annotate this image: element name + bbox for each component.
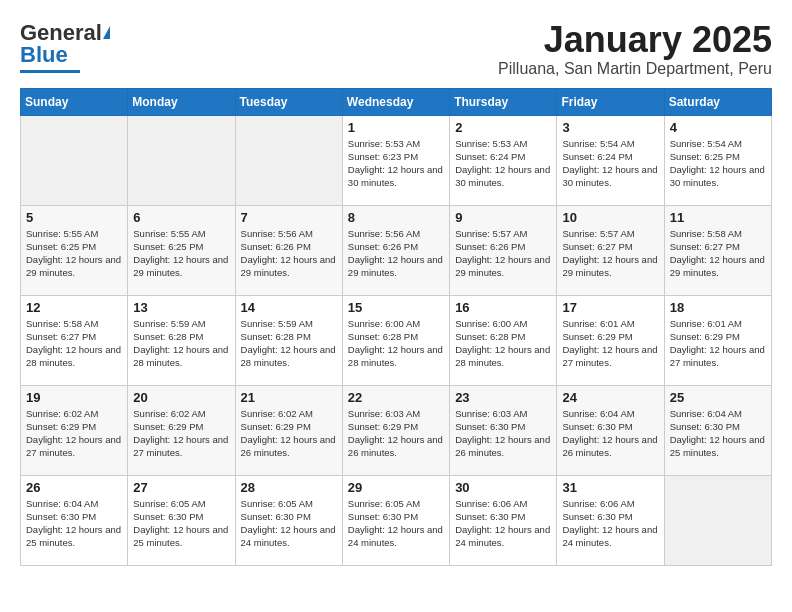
day-number: 2 xyxy=(455,120,551,135)
page-header: General Blue January 2025 Pilluana, San … xyxy=(20,20,772,78)
day-info: Sunrise: 6:01 AMSunset: 6:29 PMDaylight:… xyxy=(562,317,658,370)
day-cell: 29Sunrise: 6:05 AMSunset: 6:30 PMDayligh… xyxy=(342,475,449,565)
week-row-3: 12Sunrise: 5:58 AMSunset: 6:27 PMDayligh… xyxy=(21,295,772,385)
day-cell: 19Sunrise: 6:02 AMSunset: 6:29 PMDayligh… xyxy=(21,385,128,475)
header-cell-tuesday: Tuesday xyxy=(235,88,342,115)
day-info: Sunrise: 6:06 AMSunset: 6:30 PMDaylight:… xyxy=(455,497,551,550)
day-info: Sunrise: 5:54 AMSunset: 6:25 PMDaylight:… xyxy=(670,137,766,190)
header-cell-friday: Friday xyxy=(557,88,664,115)
day-cell: 7Sunrise: 5:56 AMSunset: 6:26 PMDaylight… xyxy=(235,205,342,295)
day-info: Sunrise: 6:03 AMSunset: 6:29 PMDaylight:… xyxy=(348,407,444,460)
day-number: 17 xyxy=(562,300,658,315)
day-number: 27 xyxy=(133,480,229,495)
header-cell-monday: Monday xyxy=(128,88,235,115)
title-block: January 2025 Pilluana, San Martin Depart… xyxy=(498,20,772,78)
day-cell: 16Sunrise: 6:00 AMSunset: 6:28 PMDayligh… xyxy=(450,295,557,385)
day-number: 10 xyxy=(562,210,658,225)
day-cell: 9Sunrise: 5:57 AMSunset: 6:26 PMDaylight… xyxy=(450,205,557,295)
day-number: 31 xyxy=(562,480,658,495)
day-cell: 8Sunrise: 5:56 AMSunset: 6:26 PMDaylight… xyxy=(342,205,449,295)
day-cell: 5Sunrise: 5:55 AMSunset: 6:25 PMDaylight… xyxy=(21,205,128,295)
day-info: Sunrise: 5:53 AMSunset: 6:23 PMDaylight:… xyxy=(348,137,444,190)
day-number: 3 xyxy=(562,120,658,135)
day-info: Sunrise: 5:58 AMSunset: 6:27 PMDaylight:… xyxy=(670,227,766,280)
day-number: 11 xyxy=(670,210,766,225)
day-info: Sunrise: 5:55 AMSunset: 6:25 PMDaylight:… xyxy=(133,227,229,280)
day-info: Sunrise: 6:05 AMSunset: 6:30 PMDaylight:… xyxy=(348,497,444,550)
day-info: Sunrise: 6:02 AMSunset: 6:29 PMDaylight:… xyxy=(26,407,122,460)
day-cell: 23Sunrise: 6:03 AMSunset: 6:30 PMDayligh… xyxy=(450,385,557,475)
header-row: SundayMondayTuesdayWednesdayThursdayFrid… xyxy=(21,88,772,115)
day-info: Sunrise: 6:02 AMSunset: 6:29 PMDaylight:… xyxy=(241,407,337,460)
day-info: Sunrise: 6:06 AMSunset: 6:30 PMDaylight:… xyxy=(562,497,658,550)
day-info: Sunrise: 6:04 AMSunset: 6:30 PMDaylight:… xyxy=(26,497,122,550)
day-info: Sunrise: 5:59 AMSunset: 6:28 PMDaylight:… xyxy=(133,317,229,370)
day-info: Sunrise: 5:56 AMSunset: 6:26 PMDaylight:… xyxy=(348,227,444,280)
day-number: 8 xyxy=(348,210,444,225)
day-cell: 4Sunrise: 5:54 AMSunset: 6:25 PMDaylight… xyxy=(664,115,771,205)
day-number: 5 xyxy=(26,210,122,225)
day-number: 7 xyxy=(241,210,337,225)
day-number: 21 xyxy=(241,390,337,405)
day-number: 24 xyxy=(562,390,658,405)
day-number: 1 xyxy=(348,120,444,135)
day-number: 22 xyxy=(348,390,444,405)
day-info: Sunrise: 6:03 AMSunset: 6:30 PMDaylight:… xyxy=(455,407,551,460)
day-cell: 31Sunrise: 6:06 AMSunset: 6:30 PMDayligh… xyxy=(557,475,664,565)
day-cell: 22Sunrise: 6:03 AMSunset: 6:29 PMDayligh… xyxy=(342,385,449,475)
day-cell: 18Sunrise: 6:01 AMSunset: 6:29 PMDayligh… xyxy=(664,295,771,385)
day-number: 18 xyxy=(670,300,766,315)
day-number: 30 xyxy=(455,480,551,495)
day-info: Sunrise: 5:58 AMSunset: 6:27 PMDaylight:… xyxy=(26,317,122,370)
day-cell: 11Sunrise: 5:58 AMSunset: 6:27 PMDayligh… xyxy=(664,205,771,295)
day-number: 4 xyxy=(670,120,766,135)
day-info: Sunrise: 6:04 AMSunset: 6:30 PMDaylight:… xyxy=(670,407,766,460)
day-number: 19 xyxy=(26,390,122,405)
day-number: 15 xyxy=(348,300,444,315)
day-cell xyxy=(235,115,342,205)
day-cell: 13Sunrise: 5:59 AMSunset: 6:28 PMDayligh… xyxy=(128,295,235,385)
day-cell xyxy=(128,115,235,205)
day-cell: 10Sunrise: 5:57 AMSunset: 6:27 PMDayligh… xyxy=(557,205,664,295)
logo: General Blue xyxy=(20,20,110,73)
page-subtitle: Pilluana, San Martin Department, Peru xyxy=(498,60,772,78)
calendar-table: SundayMondayTuesdayWednesdayThursdayFrid… xyxy=(20,88,772,566)
day-cell xyxy=(21,115,128,205)
day-number: 9 xyxy=(455,210,551,225)
day-cell: 1Sunrise: 5:53 AMSunset: 6:23 PMDaylight… xyxy=(342,115,449,205)
day-cell: 2Sunrise: 5:53 AMSunset: 6:24 PMDaylight… xyxy=(450,115,557,205)
day-info: Sunrise: 6:02 AMSunset: 6:29 PMDaylight:… xyxy=(133,407,229,460)
day-cell: 12Sunrise: 5:58 AMSunset: 6:27 PMDayligh… xyxy=(21,295,128,385)
day-cell: 27Sunrise: 6:05 AMSunset: 6:30 PMDayligh… xyxy=(128,475,235,565)
day-cell: 6Sunrise: 5:55 AMSunset: 6:25 PMDaylight… xyxy=(128,205,235,295)
day-number: 6 xyxy=(133,210,229,225)
week-row-5: 26Sunrise: 6:04 AMSunset: 6:30 PMDayligh… xyxy=(21,475,772,565)
day-number: 12 xyxy=(26,300,122,315)
week-row-1: 1Sunrise: 5:53 AMSunset: 6:23 PMDaylight… xyxy=(21,115,772,205)
day-cell: 17Sunrise: 6:01 AMSunset: 6:29 PMDayligh… xyxy=(557,295,664,385)
day-cell: 24Sunrise: 6:04 AMSunset: 6:30 PMDayligh… xyxy=(557,385,664,475)
page-title: January 2025 xyxy=(498,20,772,60)
day-cell: 26Sunrise: 6:04 AMSunset: 6:30 PMDayligh… xyxy=(21,475,128,565)
day-info: Sunrise: 5:53 AMSunset: 6:24 PMDaylight:… xyxy=(455,137,551,190)
day-number: 25 xyxy=(670,390,766,405)
day-info: Sunrise: 5:57 AMSunset: 6:27 PMDaylight:… xyxy=(562,227,658,280)
day-cell: 20Sunrise: 6:02 AMSunset: 6:29 PMDayligh… xyxy=(128,385,235,475)
day-number: 13 xyxy=(133,300,229,315)
week-row-2: 5Sunrise: 5:55 AMSunset: 6:25 PMDaylight… xyxy=(21,205,772,295)
day-info: Sunrise: 5:54 AMSunset: 6:24 PMDaylight:… xyxy=(562,137,658,190)
header-cell-sunday: Sunday xyxy=(21,88,128,115)
day-cell: 3Sunrise: 5:54 AMSunset: 6:24 PMDaylight… xyxy=(557,115,664,205)
day-cell: 25Sunrise: 6:04 AMSunset: 6:30 PMDayligh… xyxy=(664,385,771,475)
day-number: 29 xyxy=(348,480,444,495)
day-info: Sunrise: 6:05 AMSunset: 6:30 PMDaylight:… xyxy=(133,497,229,550)
logo-underline xyxy=(20,70,80,73)
day-cell: 15Sunrise: 6:00 AMSunset: 6:28 PMDayligh… xyxy=(342,295,449,385)
day-cell xyxy=(664,475,771,565)
day-cell: 21Sunrise: 6:02 AMSunset: 6:29 PMDayligh… xyxy=(235,385,342,475)
day-number: 28 xyxy=(241,480,337,495)
day-info: Sunrise: 5:57 AMSunset: 6:26 PMDaylight:… xyxy=(455,227,551,280)
header-cell-wednesday: Wednesday xyxy=(342,88,449,115)
day-info: Sunrise: 6:00 AMSunset: 6:28 PMDaylight:… xyxy=(348,317,444,370)
day-cell: 28Sunrise: 6:05 AMSunset: 6:30 PMDayligh… xyxy=(235,475,342,565)
